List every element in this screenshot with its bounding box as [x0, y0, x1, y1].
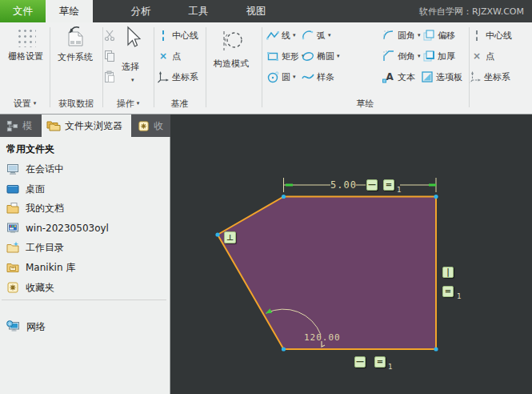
folder-item-label: Manikin 库 — [26, 261, 75, 275]
centerline-icon — [162, 30, 164, 41]
folder-item-documents[interactable]: 我的文档 — [0, 199, 170, 218]
sketch-polygon[interactable] — [218, 197, 436, 350]
angle-dimension-value[interactable]: 120.00 — [304, 332, 341, 343]
file-system-label: 文件系统 — [58, 51, 93, 63]
spline-button[interactable]: 样条 — [302, 70, 334, 84]
tab-model-tree[interactable]: 模 — [2, 115, 40, 137]
folder-item-manikin-library[interactable]: Manikin 库 — [0, 258, 170, 277]
vertical-constraint-badge[interactable]: | — [442, 267, 454, 278]
folder-item-label: win-20230503oyl — [26, 223, 109, 234]
folder-item-label: 桌面 — [26, 183, 45, 196]
paste-icon — [103, 70, 116, 83]
select-dropdown[interactable]: ▾ — [131, 73, 134, 87]
perpendicular-constraint-badge[interactable]: ⊥ — [224, 231, 236, 243]
panel-header: 常用文件夹 — [6, 143, 54, 156]
group-get-data-label: 获取数据 — [58, 98, 94, 110]
point-icon: × — [157, 50, 170, 62]
chamfer-button[interactable]: 倒角 ▾ — [382, 49, 421, 63]
file-system-button[interactable]: 文件系统 — [52, 26, 98, 63]
centerline2-label: 中心线 — [486, 30, 512, 42]
centerline-icon — [476, 30, 478, 41]
csys-button[interactable]: 坐标系 — [157, 70, 198, 84]
horizontal-constraint-badge[interactable]: — — [366, 179, 378, 191]
sketch-canvas[interactable]: 5.00 120.00 — = 1 | = 1 — = 1 ⊥ — [170, 115, 532, 394]
copy-button[interactable] — [103, 49, 116, 63]
spline-icon — [302, 70, 314, 83]
vertex-handle[interactable] — [215, 232, 219, 236]
group-settings[interactable]: 设置 ▾ — [0, 97, 50, 110]
chevron-down-icon: ▾ — [34, 101, 37, 107]
coordinate-system-icon — [157, 70, 170, 83]
ribbon-divider — [206, 27, 206, 107]
tab-tools[interactable]: 工具 — [170, 0, 227, 22]
ribbon: 栅格设置 设置 ▾ 文件系统 获取数据 — [0, 22, 532, 115]
group-operations[interactable]: 操作 ▾ — [102, 97, 154, 110]
vertex-handle[interactable] — [434, 195, 438, 199]
tab-view[interactable]: 视图 — [227, 0, 285, 22]
tab-favorites[interactable]: 收 — [133, 115, 170, 137]
width-dimension-value[interactable]: 5.00 — [330, 179, 357, 191]
fillet-icon — [382, 29, 395, 42]
ellipse-button[interactable]: 椭圆 ▾ — [302, 49, 340, 63]
ribbon-divider — [262, 27, 262, 107]
rectangle-button[interactable]: 矩形 ▾ — [266, 49, 305, 63]
cut-button[interactable] — [103, 28, 116, 42]
equal-constraint-badge[interactable]: = — [383, 179, 394, 191]
folder-item-working-directory[interactable]: 工作目录 — [0, 238, 170, 257]
select-button[interactable] — [123, 26, 141, 54]
group-operations-label: 操作 — [117, 98, 134, 110]
palette-label: 选项板 — [436, 71, 462, 83]
vertex-handle[interactable] — [282, 195, 286, 199]
point2-button[interactable]: × 点 — [470, 49, 494, 63]
scissors-icon — [103, 29, 116, 42]
rectangle-icon — [266, 50, 279, 62]
folder-item-in-session[interactable]: 在会话中 — [0, 159, 170, 179]
library-folder-icon — [6, 261, 19, 274]
folder-item-desktop[interactable]: 桌面 — [0, 179, 170, 199]
chevron-down-icon: ▾ — [418, 54, 421, 59]
csys2-button[interactable]: 坐标系 — [469, 70, 510, 84]
palette-icon — [421, 70, 434, 83]
select-label[interactable]: 选择 — [122, 59, 139, 74]
thicken-button[interactable]: 加厚 — [422, 49, 455, 63]
folder-item-computer[interactable]: win-20230503oyl — [0, 219, 170, 238]
grid-settings-button[interactable]: 栅格设置 — [3, 26, 48, 62]
folder-item-label: 网络 — [26, 320, 46, 334]
constraint-index: 1 — [457, 293, 462, 300]
point-icon: × — [470, 50, 483, 62]
centerline-button[interactable]: 中心线 — [157, 28, 198, 42]
titlebar: 文件 草绘 分析 工具 视图 软件自学网：RJZXW.COM — [0, 0, 532, 22]
paste-button[interactable] — [103, 70, 116, 84]
dimension-tick — [286, 184, 293, 187]
tab-folder-browser[interactable]: 文件夹浏览器 — [42, 115, 131, 137]
line-icon — [266, 29, 279, 42]
spline-label: 样条 — [317, 71, 334, 83]
tab-sketch[interactable]: 草绘 — [46, 0, 93, 22]
vertex-handle[interactable] — [434, 347, 438, 351]
folder-item-network[interactable]: 网络 — [0, 317, 170, 336]
panel-tabstrip: 模 文件夹浏览器 收 — [0, 115, 170, 137]
line-button[interactable]: 线 ▾ — [266, 28, 296, 42]
centerline2-button[interactable]: 中心线 — [470, 28, 512, 42]
construction-mode-button[interactable]: 构造模式 — [208, 29, 254, 70]
arc-button[interactable]: 弧 ▾ — [302, 28, 331, 42]
vertex-handle[interactable] — [282, 347, 286, 351]
offset-button[interactable]: 偏移 — [422, 28, 455, 42]
desktop-icon — [6, 183, 19, 195]
text-button[interactable]: A 文本 — [382, 70, 415, 84]
network-icon — [6, 320, 20, 333]
palette-button[interactable]: 选项板 — [421, 70, 462, 84]
folder-item-favorites[interactable]: 收藏夹 — [0, 278, 170, 297]
point-button[interactable]: × 点 — [157, 49, 181, 63]
chevron-down-icon: ▾ — [293, 33, 296, 38]
chevron-down-icon: ▾ — [418, 33, 421, 38]
horizontal-constraint-badge[interactable]: — — [354, 356, 366, 368]
width-dimension[interactable] — [284, 178, 437, 192]
fillet-button[interactable]: 圆角 ▾ — [382, 28, 421, 42]
tab-analysis[interactable]: 分析 — [112, 0, 170, 22]
tab-file[interactable]: 文件 — [0, 0, 46, 22]
equal-constraint-badge[interactable]: = — [442, 286, 454, 297]
circle-button[interactable]: 圆 ▾ — [266, 70, 296, 84]
equal-constraint-badge[interactable]: = — [374, 356, 386, 368]
constraint-index: 1 — [388, 364, 393, 371]
